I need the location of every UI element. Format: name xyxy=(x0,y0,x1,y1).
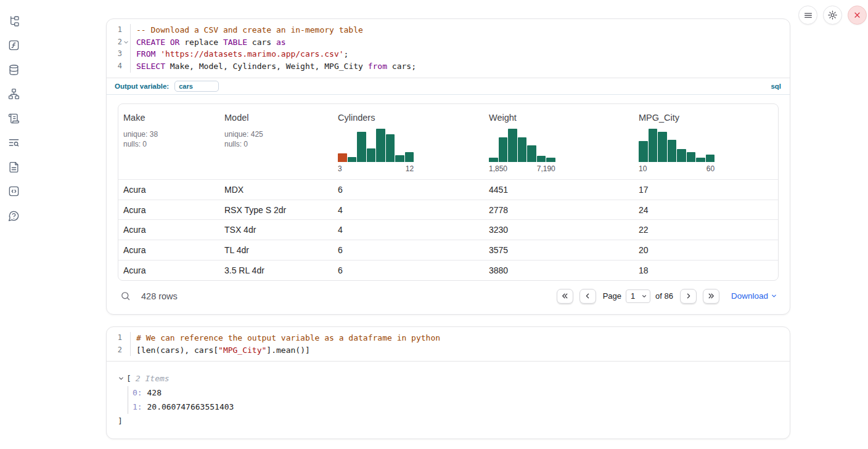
code-line[interactable]: 2[len(cars), cars["MPG_City"].mean()] xyxy=(107,344,790,357)
table-row[interactable]: Acura3.5 RL 4dr6388018 xyxy=(118,260,778,280)
table-header: Makeunique: 38nulls: 0Modelunique: 425nu… xyxy=(118,104,778,179)
output-variable-input[interactable] xyxy=(174,81,219,92)
column-header[interactable]: Makeunique: 38nulls: 0 xyxy=(118,104,219,179)
window-controls xyxy=(798,6,867,25)
data-sources-icon[interactable] xyxy=(7,63,20,76)
column-header[interactable]: Modelunique: 425nulls: 0 xyxy=(219,104,333,179)
code-line[interactable]: 1-- Download a CSV and create an in-memo… xyxy=(107,24,790,36)
histogram-bar xyxy=(527,145,536,161)
table-cell: 4 xyxy=(333,205,484,215)
tree-collapse-toggle[interactable] xyxy=(118,375,125,382)
histogram-axis-label: 1,850 xyxy=(489,164,507,173)
column-header[interactable]: MPG_City1060 xyxy=(634,104,778,179)
code-line[interactable]: 1# We can reference the output variable … xyxy=(107,332,790,344)
table-footer: 428 rows Page 1 of 86 xyxy=(118,288,779,305)
tree-entry-key: 0: xyxy=(133,388,142,397)
gutter-spacer xyxy=(122,24,131,36)
column-label[interactable]: Weight xyxy=(489,111,629,124)
table-cell: 18 xyxy=(634,265,778,275)
tree-entry-value: 428 xyxy=(142,388,162,397)
download-button[interactable]: Download xyxy=(731,291,777,301)
first-page-button[interactable] xyxy=(557,289,573,304)
output-variable-bar: Output variable: sql xyxy=(107,78,790,95)
histogram-axis-label: 7,190 xyxy=(537,164,555,173)
last-page-button[interactable] xyxy=(703,289,719,304)
tree-entry-key: 1: xyxy=(133,402,142,411)
table-cell: 6 xyxy=(333,245,484,255)
column-label[interactable]: Make xyxy=(123,111,215,124)
table-row[interactable]: AcuraTL 4dr6357520 xyxy=(118,240,778,260)
column-label[interactable]: Cylinders xyxy=(338,111,479,124)
code-line[interactable]: 4SELECT Make, Model, Cylinders, Weight, … xyxy=(107,60,790,73)
gutter-spacer xyxy=(122,48,131,60)
histogram-bar xyxy=(706,155,715,162)
file-explorer-icon[interactable] xyxy=(7,14,20,28)
table-body: AcuraMDX6445117AcuraRSX Type S 2dr427782… xyxy=(118,179,778,280)
scratchpad-icon[interactable] xyxy=(7,111,20,125)
code-line[interactable]: 2CREATE OR replace TABLE cars as xyxy=(107,36,790,49)
histogram-bar xyxy=(367,148,376,162)
column-header[interactable]: Cylinders312 xyxy=(333,104,484,179)
table-row[interactable]: AcuraTSX 4dr4323022 xyxy=(118,219,778,240)
table-cell: Acura xyxy=(118,245,219,255)
table-row[interactable]: AcuraMDX6445117 xyxy=(118,179,778,200)
histogram-bar xyxy=(338,153,347,162)
histogram-bar xyxy=(508,129,517,161)
output-variable-label: Output variable: xyxy=(115,83,169,90)
histogram-bar xyxy=(386,134,395,162)
column-stat: unique: 38 xyxy=(123,129,215,140)
prev-page-button[interactable] xyxy=(579,289,596,304)
fold-toggle-icon[interactable] xyxy=(122,36,131,49)
histogram-bar xyxy=(489,158,498,162)
snippets-icon[interactable] xyxy=(7,185,20,198)
column-histogram: 1,8507,190 xyxy=(489,128,629,173)
table-cell: RSX Type S 2dr xyxy=(219,205,333,215)
code-token: cars; xyxy=(387,62,416,71)
gutter-spacer xyxy=(122,344,131,357)
logs-icon[interactable] xyxy=(7,136,20,150)
code-token: TABLE xyxy=(223,38,247,47)
code-text: SELECT Make, Model, Cylinders, Weight, M… xyxy=(131,60,416,73)
histogram-bar xyxy=(518,137,527,162)
histogram-bar xyxy=(696,158,705,162)
gutter-spacer xyxy=(122,60,131,73)
code-text: FROM 'https://datasets.marimo.app/cars.c… xyxy=(131,48,348,60)
sql-code-editor[interactable]: 1-- Download a CSV and create an in-memo… xyxy=(107,19,790,78)
code-token xyxy=(165,38,170,47)
table-cell: 20 xyxy=(634,245,778,255)
table-row[interactable]: AcuraRSX Type S 2dr4277824 xyxy=(118,200,778,220)
result-table: Makeunique: 38nulls: 0Modelunique: 425nu… xyxy=(118,103,779,281)
column-label[interactable]: Model xyxy=(224,111,328,124)
dependency-graph-icon[interactable] xyxy=(7,87,20,101)
column-header[interactable]: Weight1,8507,190 xyxy=(484,104,634,179)
tree-open-bracket: [ xyxy=(126,372,131,385)
code-token: replace xyxy=(179,38,223,47)
sql-output-region: Makeunique: 38nulls: 0Modelunique: 425nu… xyxy=(107,95,790,314)
histogram-axis-label: 60 xyxy=(706,164,714,173)
shutdown-close-icon[interactable] xyxy=(848,6,867,25)
code-token: "MPG_City" xyxy=(218,346,266,355)
table-cell: 4 xyxy=(333,225,484,235)
row-count: 428 rows xyxy=(141,291,178,301)
histogram-bar xyxy=(687,152,696,161)
histogram-bar xyxy=(546,158,555,162)
variables-icon[interactable] xyxy=(7,39,20,52)
column-label[interactable]: MPG_City xyxy=(639,111,773,124)
tree-entries: 0: 4281: 20.060747663551403 xyxy=(128,386,780,414)
code-token: 'https://datasets.marimo.app/cars.csv' xyxy=(160,49,343,59)
histogram-bar xyxy=(499,137,508,162)
code-line[interactable]: 3FROM 'https://datasets.marimo.app/cars.… xyxy=(107,48,790,60)
line-number: 1 xyxy=(107,332,122,344)
table-cell: 3.5 RL 4dr xyxy=(219,265,333,275)
settings-gear-icon[interactable] xyxy=(823,6,842,25)
table-search-icon[interactable] xyxy=(119,291,132,301)
python-code-editor[interactable]: 1# We can reference the output variable … xyxy=(107,327,790,362)
table-cell: Acura xyxy=(118,205,219,215)
menu-icon[interactable] xyxy=(798,6,817,25)
histogram-bar xyxy=(668,140,677,162)
documentation-icon[interactable] xyxy=(7,160,20,174)
table-cell: Acura xyxy=(118,225,219,235)
page-select[interactable]: 1 xyxy=(626,289,650,303)
next-page-button[interactable] xyxy=(680,289,697,304)
help-icon[interactable] xyxy=(7,209,20,222)
